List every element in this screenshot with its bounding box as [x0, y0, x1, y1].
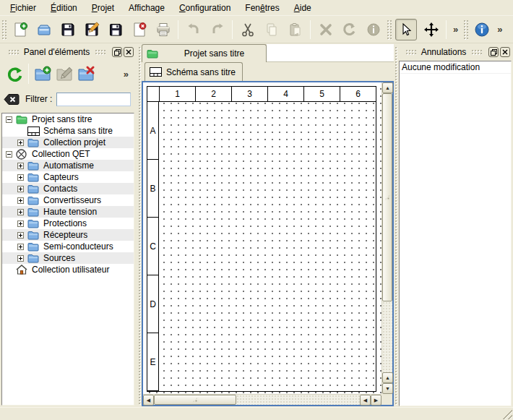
- clear-filter-button[interactable]: [4, 93, 20, 106]
- menu-aide[interactable]: Aide: [287, 1, 319, 15]
- delete-button[interactable]: [314, 19, 337, 40]
- folder-icon: [27, 230, 40, 240]
- scroll-up-button[interactable]: ▲: [382, 82, 393, 93]
- close-document-button[interactable]: [127, 19, 151, 40]
- about-button[interactable]: [470, 19, 493, 40]
- undo-panel-titlebar[interactable]: Annulations: [397, 45, 513, 59]
- menu-edition[interactable]: Édition: [43, 1, 85, 15]
- collapse-icon[interactable]: [6, 151, 12, 158]
- rotate-button[interactable]: [337, 19, 361, 40]
- tree-item-haute-tension[interactable]: Haute tension: [2, 206, 134, 218]
- close-panel-button[interactable]: [500, 47, 510, 57]
- save-as-button[interactable]: [79, 19, 103, 40]
- scroll-right-button[interactable]: ▶: [371, 395, 381, 406]
- undo-list-item[interactable]: Aucune modification: [400, 61, 511, 74]
- vertical-scrollbar-track[interactable]: [382, 301, 392, 372]
- expand-icon[interactable]: [17, 140, 24, 146]
- toolbar-overflow-button[interactable]: »: [449, 24, 462, 35]
- toolbar-separator: [178, 20, 178, 39]
- delete-category-button[interactable]: [75, 63, 97, 85]
- new-document-button[interactable]: [8, 19, 32, 40]
- vertical-scrollbar-thumb[interactable]: [382, 93, 392, 301]
- collapse-icon[interactable]: [6, 116, 12, 123]
- expand-icon[interactable]: [17, 232, 24, 239]
- delete-icon: [318, 22, 334, 38]
- expand-icon[interactable]: [17, 209, 24, 215]
- open-button[interactable]: [32, 19, 56, 40]
- tree-item-protections[interactable]: Protections: [2, 218, 134, 229]
- scroll-down-button[interactable]: ▼: [382, 383, 393, 394]
- close-panel-button[interactable]: [124, 47, 134, 57]
- menu-fenetres[interactable]: Fenêtres: [238, 1, 286, 15]
- tree-item-contacts[interactable]: Contacts: [2, 183, 134, 194]
- paste-button[interactable]: [283, 19, 307, 40]
- elements-panel-titlebar[interactable]: Panel d'éléments: [0, 45, 137, 59]
- toolbar-handle[interactable]: [463, 20, 468, 40]
- scroll-left-button[interactable]: ◀: [143, 395, 154, 406]
- scroll-up-button[interactable]: ▲: [382, 372, 393, 383]
- filter-input[interactable]: [56, 93, 131, 106]
- vertical-scrollbar[interactable]: ▲ ▲ ▼: [381, 82, 392, 394]
- tab-schema-sans-titre[interactable]: Schéma sans titre: [145, 62, 243, 81]
- tree-item-schema-sans-titre[interactable]: Schéma sans titre: [2, 125, 134, 137]
- toolbar-overflow-button[interactable]: »: [493, 24, 506, 35]
- print-button[interactable]: [151, 19, 175, 40]
- tree-item-convertisseurs[interactable]: Convertisseurs: [2, 194, 134, 206]
- tree-item-projet-sans-titre[interactable]: Projet sans titre: [2, 113, 134, 125]
- edit-category-button[interactable]: [53, 63, 75, 85]
- tree-item-semi-conducteurs[interactable]: Semi-conducteurs: [2, 241, 134, 252]
- tree-item-sources[interactable]: Sources: [2, 252, 134, 264]
- menu-configuration[interactable]: Configuration: [172, 1, 238, 15]
- reload-collections-button[interactable]: [4, 63, 25, 85]
- panel-overflow-button[interactable]: »: [120, 69, 132, 80]
- tree-item-collection-projet[interactable]: Collection projet: [2, 137, 134, 148]
- tree-item-capteurs[interactable]: Capteurs: [2, 171, 134, 183]
- cut-button[interactable]: [236, 19, 259, 40]
- expand-icon[interactable]: [17, 174, 24, 181]
- save-button[interactable]: [56, 19, 79, 40]
- expand-icon[interactable]: [17, 255, 24, 262]
- column-header: 3: [231, 86, 267, 102]
- menu-affichage[interactable]: Affichage: [121, 1, 172, 15]
- horizontal-scrollbar[interactable]: ◀ ◀ ▶: [143, 394, 381, 405]
- expand-icon[interactable]: [17, 220, 24, 227]
- float-panel-button[interactable]: [488, 47, 499, 57]
- project-folder-icon: [16, 114, 29, 124]
- move-tool-button[interactable]: [419, 19, 443, 40]
- expand-icon[interactable]: [17, 186, 24, 192]
- row-header: B: [147, 160, 159, 218]
- expand-icon[interactable]: [17, 197, 24, 204]
- tree-item-collection-utilisateur[interactable]: Collection utilisateur: [2, 264, 134, 275]
- tab-projet-sans-titre[interactable]: Projet sans titre: [142, 44, 267, 62]
- save-all-button[interactable]: [103, 19, 127, 40]
- undo-history-list[interactable]: Aucune modification: [399, 61, 512, 406]
- scroll-left-button[interactable]: ◀: [360, 395, 371, 406]
- schema-icon: [150, 67, 162, 77]
- left-splitter[interactable]: [137, 45, 142, 407]
- expand-icon[interactable]: [17, 244, 24, 250]
- project-area: Projet sans titre Schéma sans titre 1 2 …: [142, 43, 394, 407]
- diagram-canvas[interactable]: 1 2 3 4 5 6 A B C D E: [143, 82, 381, 394]
- menu-projet[interactable]: Projet: [85, 1, 121, 15]
- horizontal-scrollbar-track[interactable]: [236, 395, 360, 405]
- copy-button[interactable]: [259, 19, 283, 40]
- toolbar-handle[interactable]: [387, 20, 392, 40]
- float-panel-button[interactable]: [112, 47, 122, 57]
- resize-grip[interactable]: [502, 409, 512, 419]
- schema-icon: [27, 126, 40, 136]
- diagram-view[interactable]: 1 2 3 4 5 6 A B C D E: [142, 81, 394, 406]
- menu-fichier[interactable]: Fichier: [3, 1, 43, 15]
- tree-item-label: Convertisseurs: [43, 195, 101, 205]
- select-tool-button[interactable]: [395, 19, 417, 40]
- new-category-button[interactable]: [32, 63, 53, 85]
- redo-button[interactable]: [205, 19, 229, 40]
- tree-item-collection-qet[interactable]: Collection QET: [2, 148, 134, 160]
- tree-item-automatisme[interactable]: Automatisme: [2, 160, 134, 171]
- toolbar-handle[interactable]: [1, 20, 7, 40]
- info-button[interactable]: [361, 19, 385, 40]
- elements-panel-toolbar: »: [0, 61, 137, 87]
- undo-button[interactable]: [181, 19, 205, 40]
- expand-icon[interactable]: [17, 163, 24, 169]
- tree-item-recepteurs[interactable]: Récepteurs: [2, 229, 134, 241]
- horizontal-scrollbar-thumb[interactable]: [154, 395, 236, 405]
